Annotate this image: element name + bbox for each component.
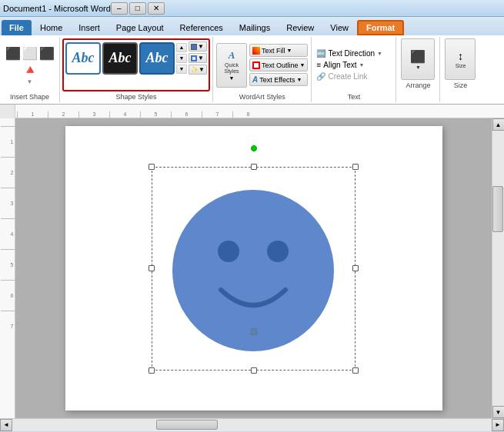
create-link-label: Create Link — [328, 72, 367, 81]
text-group: 🔤 Text Direction ▼ ≡ Align Text ▼ 🔗 Crea… — [312, 37, 396, 102]
v-mark-7: 7 — [1, 311, 15, 341]
tab-file[interactable]: File — [2, 20, 32, 35]
svg-point-1 — [218, 241, 239, 262]
ruler-mark-2: 2 — [48, 111, 78, 118]
ruler-mark-4: 4 — [109, 111, 140, 118]
title-bar-controls: – □ ✕ — [111, 2, 165, 15]
tab-page-layout[interactable]: Page Layout — [108, 20, 172, 35]
tab-review[interactable]: Review — [279, 20, 322, 35]
ruler-horizontal: 1 2 3 4 5 6 7 8 — [0, 105, 504, 118]
scroll-up-button[interactable]: ▲ — [492, 118, 505, 131]
shape-style-more[interactable]: ▼ — [176, 65, 187, 74]
shape-style-scroll-up[interactable]: ▲ — [176, 43, 187, 52]
scroll-down-button[interactable]: ▼ — [492, 406, 505, 418]
tab-insert[interactable]: Insert — [71, 20, 108, 35]
wordart-styles-label: WordArt Styles — [216, 93, 308, 101]
rotation-handle[interactable] — [251, 145, 257, 151]
close-button[interactable]: ✕ — [148, 2, 165, 15]
arrange-button[interactable]: ⬛ ▼ — [401, 38, 435, 80]
tab-view[interactable]: View — [322, 20, 356, 35]
create-link-btn[interactable]: 🔗 Create Link — [315, 71, 392, 81]
ruler-mark-7: 7 — [202, 111, 232, 118]
scroll-h-track[interactable] — [12, 419, 492, 431]
tab-mailings[interactable]: Mailings — [232, 20, 278, 35]
scroll-left-button[interactable]: ◄ — [0, 419, 12, 431]
scroll-v-thumb[interactable] — [492, 186, 503, 232]
ruler-corner — [0, 105, 15, 118]
ribbon: ⬛ ⬜ ⬛ 🔺 ▼ Insert Shape Abc A — [0, 35, 504, 105]
ruler-h-marks: 1 2 3 4 5 6 7 8 — [15, 105, 504, 118]
text-effects-label: Text Effects — [259, 76, 295, 84]
text-outline-label: Text Outline — [262, 61, 299, 69]
v-mark-1: 1 — [1, 126, 15, 157]
scrollbar-horizontal: ◄ ► — [0, 418, 504, 430]
scroll-right-button[interactable]: ► — [492, 419, 504, 431]
text-fill-btn[interactable]: Text Fill ▼ — [249, 44, 308, 57]
maximize-button[interactable]: □ — [129, 2, 146, 15]
v-mark-5: 5 — [1, 249, 15, 280]
ruler-mark-1: 1 — [17, 111, 48, 118]
shape-icon-2[interactable]: ⬜ — [22, 46, 38, 61]
smiley-svg — [152, 167, 355, 371]
shape-styles-row: Abc Abc Abc ▲ ▼ ▼ — [65, 42, 207, 75]
insert-shape-group: ⬛ ⬜ ⬛ 🔺 ▼ Insert Shape — [0, 37, 60, 102]
shape-styles-arrows: ▲ ▼ ▼ — [176, 43, 187, 74]
ruler-v-marks: 1 2 3 4 5 6 7 — [1, 118, 15, 341]
shape-outline-btn[interactable]: ▼ — [189, 53, 207, 63]
svg-point-0 — [172, 190, 334, 351]
tab-references[interactable]: References — [172, 20, 231, 35]
shape-styles-box: Abc Abc Abc ▲ ▼ ▼ — [62, 38, 210, 91]
ribbon-content: ⬛ ⬜ ⬛ 🔺 ▼ Insert Shape Abc A — [0, 37, 480, 102]
v-mark-6: 6 — [1, 280, 15, 311]
ruler-mark-8: 8 — [232, 111, 263, 118]
tab-home[interactable]: Home — [32, 20, 70, 35]
shape-style-3[interactable]: Abc — [139, 42, 175, 75]
v-mark-3: 3 — [1, 188, 15, 218]
shape-icon-1[interactable]: ⬛ — [5, 46, 21, 61]
scroll-v-track[interactable] — [492, 131, 504, 406]
align-text-btn[interactable]: ≡ Align Text ▼ — [315, 60, 392, 70]
scroll-h-thumb[interactable] — [156, 420, 218, 430]
v-mark-4: 4 — [1, 218, 15, 249]
text-direction-btn[interactable]: 🔤 Text Direction ▼ — [315, 48, 392, 58]
shape-styles-label: Shape Styles — [62, 93, 210, 101]
svg-point-2 — [267, 241, 289, 262]
title-bar: Document1 - Microsoft Word – □ ✕ — [0, 0, 504, 17]
ruler-h-track: 1 2 3 4 5 6 7 8 — [15, 105, 504, 118]
ruler-mark-5: 5 — [140, 111, 171, 118]
document-page — [65, 126, 442, 410]
size-group: ↕ Size Size — [440, 37, 480, 102]
shape-container[interactable] — [152, 167, 355, 371]
shape-style-2[interactable]: Abc — [102, 42, 138, 75]
size-label: Size — [445, 81, 476, 89]
shape-fill-btns: ▼ ▼ ✨▼ — [189, 42, 207, 75]
tab-format[interactable]: Format — [357, 20, 404, 35]
more-shapes-btn[interactable]: ▼ — [27, 78, 33, 85]
shape-fill-btn[interactable]: ▼ — [189, 42, 207, 52]
size-button[interactable]: ↕ Size — [445, 38, 476, 80]
ruler-mark-3: 3 — [78, 111, 109, 118]
align-text-label: Align Text — [323, 61, 356, 69]
shape-style-scroll-down[interactable]: ▼ — [176, 54, 187, 63]
text-outline-btn[interactable]: Text Outline ▼ — [249, 58, 308, 71]
title-bar-text: Document1 - Microsoft Word — [3, 4, 111, 13]
shape-effects-btn[interactable]: ✨▼ — [189, 65, 207, 75]
wordart-small-buttons: Text Fill ▼ Text Outline ▼ A Text Effect… — [249, 44, 308, 86]
arrange-label: Arrange — [406, 81, 430, 89]
ruler-mark-6: 6 — [171, 111, 202, 118]
shape-icon-3[interactable]: ⬛ — [39, 46, 55, 61]
scrollbar-vertical: ▲ ▼ — [492, 118, 504, 418]
shape-styles-group: Abc Abc Abc ▲ ▼ ▼ — [60, 37, 213, 102]
text-group-label: Text — [315, 93, 392, 101]
shape-style-1[interactable]: Abc — [65, 42, 101, 75]
text-effects-btn[interactable]: A Text Effects ▼ — [249, 73, 308, 86]
document-area: 1 2 3 4 5 6 7 — [0, 118, 504, 418]
arrange-group: ⬛ ▼ Arrange — [396, 37, 440, 102]
shape-icon-4[interactable]: 🔺 — [22, 62, 38, 77]
insert-shape-label: Insert Shape — [3, 93, 56, 101]
wordart-styles-group: A QuickStyles ▼ Text Fill ▼ Text Outline… — [213, 37, 312, 102]
v-mark-2: 2 — [1, 157, 15, 188]
quick-styles-button[interactable]: A QuickStyles ▼ — [216, 43, 247, 88]
minimize-button[interactable]: – — [111, 2, 128, 15]
text-direction-label: Text Direction — [328, 49, 375, 58]
